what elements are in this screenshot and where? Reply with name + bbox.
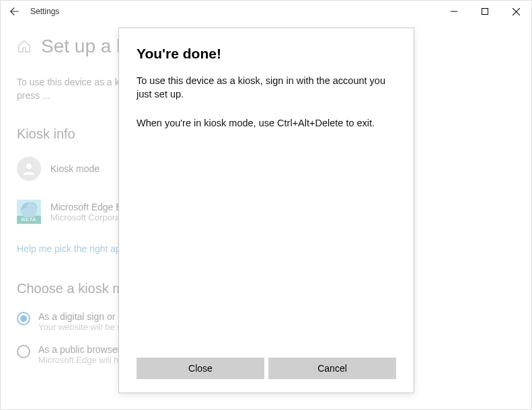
close-button[interactable]: Close <box>137 358 264 379</box>
minimize-button[interactable] <box>439 1 469 22</box>
close-icon <box>512 8 520 15</box>
kiosk-account-label: Kiosk mode <box>50 163 100 174</box>
home-icon <box>17 39 32 54</box>
dialog-text-1: To use this device as a kiosk, sign in w… <box>137 74 396 101</box>
back-button[interactable] <box>1 1 28 22</box>
maximize-button[interactable] <box>469 1 500 22</box>
edge-beta-icon: BETA <box>17 200 41 224</box>
minimize-icon <box>451 8 457 15</box>
radio-button-icon <box>17 345 30 358</box>
svg-point-4 <box>26 163 32 169</box>
cancel-button[interactable]: Cancel <box>268 358 396 379</box>
maximize-icon <box>482 8 488 15</box>
radio-button-icon <box>17 312 30 325</box>
completion-dialog: You're done! To use this device as a kio… <box>118 28 414 393</box>
dialog-title: You're done! <box>137 46 396 62</box>
dialog-text-2: When you're in kiosk mode, use Ctrl+Alt+… <box>137 116 396 130</box>
help-pick-app-link[interactable]: Help me pick the right app <box>17 243 126 254</box>
arrow-left-icon <box>9 7 19 16</box>
close-window-button[interactable] <box>500 1 531 22</box>
window-title: Settings <box>28 7 59 16</box>
svg-rect-1 <box>482 9 488 15</box>
user-avatar-icon <box>17 157 41 181</box>
